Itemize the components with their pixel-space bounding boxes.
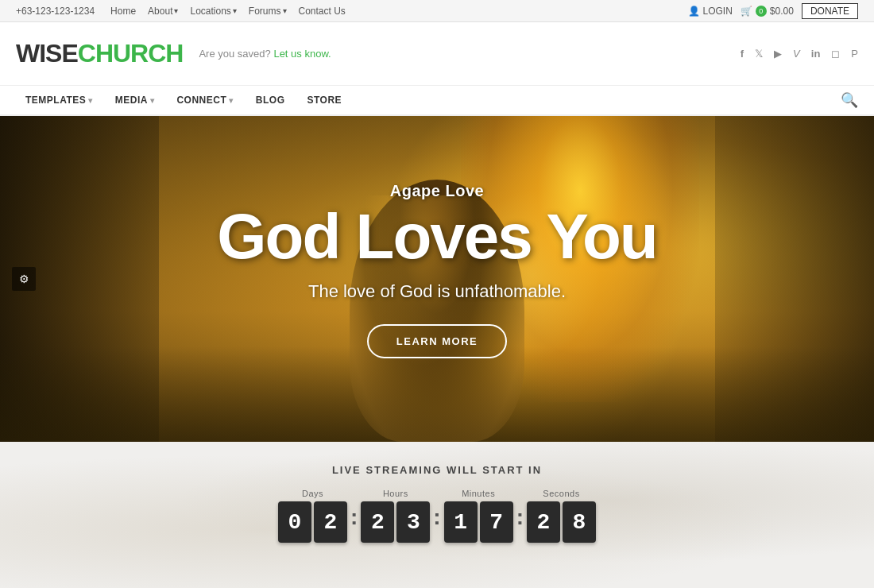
top-nav-locations[interactable]: Locations▾: [190, 6, 236, 17]
hero-description: The love of God is unfathomable.: [44, 281, 830, 302]
templates-arrow: ▾: [88, 96, 93, 105]
gear-icon: ⚙: [19, 273, 29, 285]
cart-total: $0.00: [770, 6, 794, 17]
cart-icon: 🛒: [741, 6, 752, 17]
login-button[interactable]: 👤 LOGIN: [688, 6, 733, 17]
hours-group: Hours 2 3: [361, 489, 430, 543]
header: WISE CHURCH Are you saved? Let us know. …: [0, 22, 874, 86]
top-bar-right: 👤 LOGIN 🛒 0 $0.00 DONATE: [688, 3, 859, 19]
seconds-label: Seconds: [543, 489, 579, 498]
hours-label: Hours: [383, 489, 408, 498]
logo[interactable]: WISE CHURCH: [16, 39, 183, 68]
vimeo-icon[interactable]: V: [793, 48, 800, 60]
days-digit-1: 2: [314, 501, 347, 543]
logo-church: CHURCH: [78, 39, 184, 68]
logo-wise: WISE: [16, 39, 78, 68]
minutes-label: Minutes: [462, 489, 495, 498]
top-bar-left: +63-123-123-1234 Home About▾ Locations▾ …: [16, 6, 346, 17]
colon-2: :: [430, 505, 443, 530]
phone-number[interactable]: +63-123-123-1234: [16, 6, 95, 17]
seconds-digit-1: 8: [563, 501, 596, 543]
hours-digit-0: 2: [361, 501, 394, 543]
twitter-icon[interactable]: 𝕏: [755, 48, 763, 60]
countdown-section: LIVE STREAMING WILL START IN Days 0 2 : …: [0, 442, 874, 588]
hero-subtitle: Agape Love: [44, 182, 830, 200]
days-group: Days 0 2: [278, 489, 347, 543]
media-arrow: ▾: [150, 96, 155, 105]
cart-count: 0: [756, 6, 767, 17]
donate-button[interactable]: DONATE: [802, 3, 858, 19]
facebook-icon[interactable]: f: [741, 48, 744, 60]
top-bar-nav: Home About▾ Locations▾ Forums▾ Contact U…: [110, 6, 346, 17]
seconds-digit-0: 2: [527, 501, 560, 543]
nav-connect[interactable]: CONNECT ▾: [167, 85, 242, 115]
seconds-digits: 2 8: [527, 501, 596, 543]
top-nav-home[interactable]: Home: [110, 6, 136, 17]
top-nav-forums[interactable]: Forums▾: [249, 6, 287, 17]
seconds-group: Seconds 2 8: [527, 489, 596, 543]
tagline-link[interactable]: Let us know.: [273, 48, 331, 60]
days-label: Days: [302, 489, 323, 498]
nav-blog[interactable]: BLOG: [246, 85, 295, 115]
minutes-digit-0: 1: [444, 501, 478, 543]
hero-title: God Loves You: [44, 205, 830, 269]
hours-digit-1: 3: [396, 501, 430, 543]
countdown-title: LIVE STREAMING WILL START IN: [16, 464, 858, 476]
nav-store[interactable]: STORE: [297, 85, 351, 115]
minutes-digits: 1 7: [444, 501, 513, 543]
days-digit-0: 0: [278, 501, 311, 543]
tagline-static: Are you saved?: [199, 48, 270, 60]
nav-templates[interactable]: TEMPLATES ▾: [16, 85, 102, 115]
top-nav-contact[interactable]: Contact Us: [299, 6, 346, 17]
minutes-digit-1: 7: [480, 501, 513, 543]
nav-items: TEMPLATES ▾ MEDIA ▾ CONNECT ▾ BLOG STORE: [16, 85, 351, 115]
days-digits: 0 2: [278, 501, 347, 543]
countdown-row: Days 0 2 : Hours 2 3 : Minutes 1 7 :: [16, 489, 858, 543]
connect-arrow: ▾: [229, 96, 234, 105]
linkedin-icon[interactable]: in: [811, 48, 821, 60]
youtube-icon[interactable]: ▶: [774, 48, 782, 60]
top-nav-about[interactable]: About▾: [148, 6, 178, 17]
hours-digits: 2 3: [361, 501, 430, 543]
instagram-icon[interactable]: ◻: [831, 48, 840, 60]
header-left: WISE CHURCH Are you saved? Let us know.: [16, 39, 331, 68]
minutes-group: Minutes 1 7: [444, 489, 513, 543]
hero-content: Agape Love God Loves You The love of God…: [44, 182, 830, 358]
cart-area[interactable]: 🛒 0 $0.00: [741, 6, 794, 17]
colon-1: :: [347, 505, 361, 530]
gear-button[interactable]: ⚙: [12, 267, 36, 291]
search-icon[interactable]: 🔍: [841, 91, 858, 109]
learn-more-button[interactable]: LEARN MORE: [367, 324, 507, 358]
hero-section: ⚙ Agape Love God Loves You The love of G…: [0, 116, 874, 442]
pinterest-icon[interactable]: P: [851, 48, 858, 60]
colon-3: :: [513, 505, 527, 530]
top-bar: +63-123-123-1234 Home About▾ Locations▾ …: [0, 0, 874, 22]
social-icons: f 𝕏 ▶ V in ◻ P: [741, 48, 858, 60]
header-tagline: Are you saved? Let us know.: [199, 48, 331, 60]
nav-media[interactable]: MEDIA ▾: [106, 85, 164, 115]
nav-bar: TEMPLATES ▾ MEDIA ▾ CONNECT ▾ BLOG STORE…: [0, 86, 874, 116]
